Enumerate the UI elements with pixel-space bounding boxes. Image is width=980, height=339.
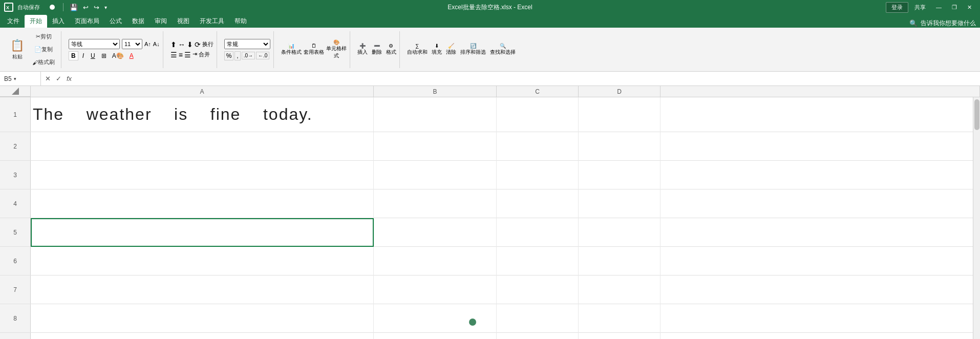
cell-d2[interactable] — [579, 132, 661, 161]
scrollbar-thumb[interactable] — [974, 99, 979, 130]
col-header-b[interactable]: B — [374, 86, 497, 97]
undo-btn[interactable]: ↩ — [81, 3, 91, 12]
cell-c3[interactable] — [497, 161, 579, 189]
cell-a8[interactable] — [31, 304, 374, 333]
cell-e3[interactable] — [661, 161, 980, 189]
border-btn[interactable]: ⊞ — [99, 52, 109, 60]
cell-a6[interactable] — [31, 247, 374, 276]
cell-d4[interactable] — [579, 189, 661, 218]
comma-btn[interactable]: , — [235, 51, 240, 60]
cell-e2[interactable] — [661, 132, 980, 161]
cell-b6[interactable] — [374, 247, 497, 276]
cell-a4[interactable] — [31, 189, 374, 218]
row-header-8[interactable]: 8 — [0, 304, 31, 332]
autosave-toggle[interactable]: 自动保存 — [17, 4, 56, 11]
cell-d6[interactable] — [579, 247, 661, 276]
tab-file[interactable]: 文件 — [2, 15, 25, 28]
font-size-select[interactable]: 11 — [122, 39, 142, 49]
indent-btn[interactable]: ⇥ — [193, 51, 197, 59]
align-right-btn[interactable]: ☰ — [184, 51, 191, 59]
clear-btn[interactable]: 🧹 清除 — [446, 43, 456, 56]
tab-page-layout[interactable]: 页面布局 — [70, 15, 104, 28]
text-angle-btn[interactable]: ⟳ — [195, 40, 201, 49]
row-header-6[interactable]: 6 — [0, 247, 31, 275]
tab-help[interactable]: 帮助 — [229, 15, 252, 28]
tab-home[interactable]: 开始 — [25, 15, 47, 28]
bold-btn[interactable]: B — [69, 51, 78, 60]
decimal-inc-btn[interactable]: .0→ — [242, 52, 255, 59]
cell-b2[interactable] — [374, 132, 497, 161]
corner-cell[interactable] — [0, 86, 31, 97]
font-color-btn[interactable]: A — [127, 52, 136, 60]
cell-d7[interactable] — [579, 276, 661, 304]
font-family-select[interactable]: 等线 — [69, 39, 120, 49]
minimize-button[interactable]: — — [932, 3, 946, 11]
cell-c8[interactable] — [497, 304, 579, 333]
cell-d1[interactable] — [579, 97, 661, 132]
row-header-4[interactable]: 4 — [0, 189, 31, 218]
cell-a2[interactable] — [31, 132, 374, 161]
italic-btn[interactable]: I — [80, 51, 87, 60]
row-header-9[interactable]: 9 — [0, 333, 31, 339]
tab-data[interactable]: 数据 — [127, 15, 150, 28]
cell-d3[interactable] — [579, 161, 661, 189]
col-header-d[interactable]: D — [579, 86, 661, 97]
cell-e6[interactable] — [661, 247, 980, 276]
cell-b1[interactable] — [374, 97, 497, 132]
format-painter-button[interactable]: 🖌 格式刷 — [29, 56, 58, 68]
tab-formulas[interactable]: 公式 — [104, 15, 127, 28]
cell-b7[interactable] — [374, 276, 497, 304]
close-button[interactable]: ✕ — [963, 3, 976, 12]
formula-confirm-btn[interactable]: ✓ — [54, 74, 63, 83]
search-icon[interactable]: 🔍 — [909, 19, 918, 27]
align-top-btn[interactable]: ⬆ — [171, 40, 177, 49]
cell-a1[interactable]: The weather is fine today. — [31, 97, 374, 132]
merge-btn[interactable]: 合并 — [199, 51, 210, 59]
cell-e5[interactable] — [661, 218, 980, 247]
fill-btn[interactable]: ⬇ 填充 — [432, 43, 442, 56]
align-middle-btn[interactable]: ↔ — [178, 40, 185, 49]
cell-c6[interactable] — [497, 247, 579, 276]
cell-d9[interactable] — [579, 333, 661, 339]
more-quick-btn[interactable]: ▾ — [102, 4, 109, 11]
cell-e8[interactable] — [661, 304, 980, 333]
cell-e9[interactable] — [661, 333, 980, 339]
format-as-table-btn[interactable]: 🗒 套用表格 — [304, 43, 324, 56]
cell-c2[interactable] — [497, 132, 579, 161]
search-tell-me[interactable]: 告诉我你想要做什么 — [921, 19, 976, 28]
cell-b4[interactable] — [374, 189, 497, 218]
insert-btn[interactable]: ➕ 插入 — [357, 43, 368, 56]
wrap-text-btn[interactable]: 换行 — [202, 40, 214, 49]
font-size-decrease-btn[interactable]: A↓ — [153, 41, 160, 47]
cell-b5[interactable] — [374, 218, 497, 247]
col-header-e[interactable] — [661, 86, 980, 97]
format-btn[interactable]: ⚙ 格式 — [386, 43, 396, 56]
cell-e4[interactable] — [661, 189, 980, 218]
font-size-increase-btn[interactable]: A↑ — [144, 41, 151, 47]
cell-d5[interactable] — [579, 218, 661, 247]
tab-developer[interactable]: 开发工具 — [195, 15, 229, 28]
col-header-a[interactable]: A — [31, 86, 374, 97]
cell-c9[interactable] — [497, 333, 579, 339]
row-header-2[interactable]: 2 — [0, 132, 31, 160]
vertical-scrollbar[interactable] — [973, 97, 980, 339]
cell-a5[interactable] — [31, 218, 374, 247]
cell-b9[interactable] — [374, 333, 497, 339]
cell-e1[interactable] — [661, 97, 980, 132]
row-header-3[interactable]: 3 — [0, 161, 31, 189]
row-header-5[interactable]: 5 — [0, 218, 31, 246]
col-header-c[interactable]: C — [497, 86, 579, 97]
cell-styles-btn[interactable]: 🎨 单元格样式 — [326, 39, 347, 59]
tab-review[interactable]: 审阅 — [150, 15, 172, 28]
number-format-select[interactable]: 常规 — [224, 39, 270, 49]
share-button[interactable]: 共享 — [910, 3, 930, 12]
copy-button[interactable]: 📄 复制 — [29, 44, 58, 55]
redo-btn[interactable]: ↪ — [92, 3, 101, 12]
autosum-btn[interactable]: ∑ 自动求和 — [407, 43, 428, 56]
autosave-pill[interactable] — [41, 4, 56, 11]
cell-c7[interactable] — [497, 276, 579, 304]
find-btn[interactable]: 🔍 查找和选择 — [490, 43, 516, 56]
restore-button[interactable]: ❐ — [948, 3, 961, 12]
decimal-dec-btn[interactable]: ←.0 — [256, 52, 269, 59]
formula-input[interactable] — [76, 72, 980, 86]
